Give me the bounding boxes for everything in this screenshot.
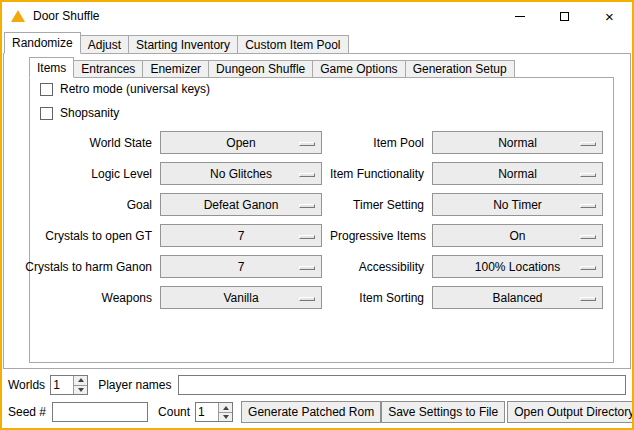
shopsanity-option: Shopsanity: [40, 106, 119, 120]
weapons-dropdown[interactable]: Vanilla: [160, 286, 322, 309]
spin-down-icon: [223, 415, 229, 419]
dropdown-indicator-icon: [580, 297, 596, 301]
seed-input[interactable]: [52, 402, 148, 422]
count-spin-down-button[interactable]: [218, 412, 232, 421]
item-pool-dropdown[interactable]: Normal: [432, 131, 603, 154]
tab-label: Dungeon Shuffle: [216, 62, 305, 76]
retro-mode-label: Retro mode (universal keys): [60, 82, 210, 96]
weapons-label: Weapons: [8, 291, 152, 305]
subtab-entrances[interactable]: Entrances: [74, 60, 143, 78]
count-spin-up-button[interactable]: [218, 403, 232, 412]
shopsanity-label: Shopsanity: [60, 106, 119, 120]
dropdown-indicator-icon: [299, 235, 315, 239]
count-spin-buttons: [218, 403, 232, 421]
spin-up-icon: [78, 378, 84, 382]
app-icon: [11, 10, 25, 22]
logic-level-label: Logic Level: [8, 167, 152, 181]
subtab-enemizer[interactable]: Enemizer: [143, 60, 209, 78]
save-settings-button[interactable]: Save Settings to File: [381, 401, 505, 423]
retro-mode-checkbox[interactable]: [40, 83, 53, 96]
tab-label: Adjust: [88, 38, 121, 52]
logic-level-value: No Glitches: [210, 167, 272, 181]
weapons-value: Vanilla: [223, 291, 258, 305]
worlds-spin-buttons: [73, 376, 87, 394]
player-names-input[interactable]: [178, 375, 627, 395]
close-button[interactable]: ×: [587, 2, 632, 30]
close-icon: ×: [605, 9, 614, 24]
tab-randomize[interactable]: Randomize: [4, 32, 81, 54]
crystals-ganon-label: Crystals to harm Ganon: [8, 260, 152, 274]
minimize-icon: [515, 16, 525, 17]
goal-label: Goal: [8, 198, 152, 212]
world-state-dropdown[interactable]: Open: [160, 131, 322, 154]
window-controls: ×: [497, 2, 632, 30]
worlds-label: Worlds: [8, 378, 45, 392]
goal-value: Defeat Ganon: [204, 198, 279, 212]
accessibility-dropdown[interactable]: 100% Locations: [432, 255, 603, 278]
seed-label: Seed #: [8, 405, 46, 419]
crystals-gt-dropdown[interactable]: 7: [160, 224, 322, 247]
item-functionality-dropdown[interactable]: Normal: [432, 162, 603, 185]
main-tab-bar: Randomize Adjust Starting Inventory Cust…: [4, 32, 349, 54]
tab-label: Starting Inventory: [136, 38, 230, 52]
timer-setting-label: Timer Setting: [330, 198, 424, 212]
worlds-spin-up-button[interactable]: [73, 376, 87, 385]
logic-level-dropdown[interactable]: No Glitches: [160, 162, 322, 185]
tab-starting-inventory[interactable]: Starting Inventory: [129, 35, 238, 54]
item-pool-label: Item Pool: [330, 136, 424, 150]
tab-label: Entrances: [81, 62, 135, 76]
dropdown-indicator-icon: [299, 266, 315, 270]
tab-custom-item-pool[interactable]: Custom Item Pool: [238, 35, 348, 54]
player-names-label: Player names: [98, 378, 171, 392]
tab-label: Enemizer: [150, 62, 201, 76]
tab-adjust[interactable]: Adjust: [81, 35, 129, 54]
dropdown-indicator-icon: [299, 173, 315, 177]
goal-dropdown[interactable]: Defeat Ganon: [160, 193, 322, 216]
timer-setting-dropdown[interactable]: No Timer: [432, 193, 603, 216]
subtab-generation-setup[interactable]: Generation Setup: [406, 60, 515, 78]
footer-row-2: Seed # Count Generate Patched Rom Save S…: [8, 401, 626, 423]
dropdown-indicator-icon: [580, 266, 596, 270]
dropdown-indicator-icon: [299, 297, 315, 301]
retro-mode-option: Retro mode (universal keys): [40, 82, 210, 96]
subtab-game-options[interactable]: Game Options: [313, 60, 405, 78]
count-label: Count: [158, 405, 190, 419]
item-functionality-label: Item Functionality: [330, 167, 424, 181]
world-state-label: World State: [8, 136, 152, 150]
worlds-input[interactable]: [51, 376, 73, 394]
progressive-items-dropdown[interactable]: On: [432, 224, 603, 247]
tab-label: Items: [37, 61, 66, 75]
titlebar: Door Shuffle ×: [2, 2, 632, 30]
subtab-dungeon-shuffle[interactable]: Dungeon Shuffle: [209, 60, 313, 78]
dropdown-indicator-icon: [580, 142, 596, 146]
spin-down-icon: [78, 388, 84, 392]
count-spinbox: [195, 402, 233, 422]
tab-label: Randomize: [12, 36, 73, 50]
crystals-ganon-dropdown[interactable]: 7: [160, 255, 322, 278]
maximize-button[interactable]: [542, 2, 587, 30]
open-output-button[interactable]: Open Output Directory: [507, 401, 634, 423]
spin-up-icon: [223, 406, 229, 410]
dropdown-indicator-icon: [580, 235, 596, 239]
crystals-gt-value: 7: [238, 229, 245, 243]
window-title: Door Shuffle: [33, 9, 100, 23]
generate-rom-button[interactable]: Generate Patched Rom: [241, 401, 381, 423]
count-input[interactable]: [196, 403, 218, 421]
dropdown-indicator-icon: [299, 204, 315, 208]
dropdown-indicator-icon: [580, 204, 596, 208]
maximize-icon: [560, 12, 569, 21]
subtab-items[interactable]: Items: [29, 57, 74, 78]
progressive-items-value: On: [509, 229, 525, 243]
worlds-spin-down-button[interactable]: [73, 385, 87, 394]
footer-row-1: Worlds Player names: [8, 374, 626, 395]
item-sorting-dropdown[interactable]: Balanced: [432, 286, 603, 309]
item-sorting-label: Item Sorting: [330, 291, 424, 305]
crystals-ganon-value: 7: [238, 260, 245, 274]
tab-label: Game Options: [320, 62, 397, 76]
settings-form: World State Open Item Pool Normal Logic …: [8, 131, 603, 309]
shopsanity-checkbox[interactable]: [40, 107, 53, 120]
dropdown-indicator-icon: [580, 173, 596, 177]
dropdown-indicator-icon: [299, 142, 315, 146]
tab-label: Custom Item Pool: [245, 38, 340, 52]
minimize-button[interactable]: [497, 2, 542, 30]
